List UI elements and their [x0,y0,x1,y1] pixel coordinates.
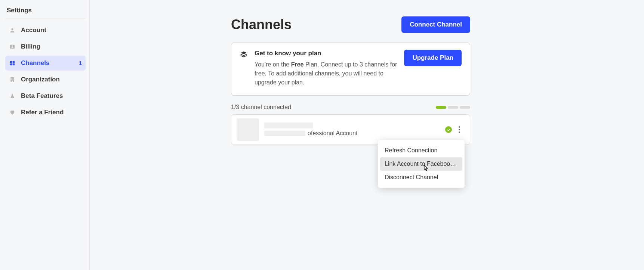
svg-point-13 [459,126,460,128]
person-icon [9,27,16,34]
connect-channel-button[interactable]: Connect Channel [401,16,470,33]
page-title: Channels [231,17,292,32]
sidebar-item-label: Channels [21,59,50,67]
channel-name-redacted [264,122,313,128]
page-header: Channels Connect Channel [231,16,470,33]
grid-icon [9,60,16,66]
channel-card: ofessional Account Refresh Connection Li… [231,114,470,145]
svg-rect-9 [13,78,13,78]
sidebar-item-account[interactable]: Account [5,23,86,38]
svg-rect-5 [10,63,12,65]
svg-point-14 [459,129,460,130]
check-icon [445,126,452,133]
heart-icon [9,109,16,116]
svg-point-15 [459,131,460,133]
settings-sidebar: Settings Account $ Billing Channels 1 Or [0,0,90,270]
main-content: Channels Connect Channel Get to know you… [90,0,644,270]
sidebar-item-label: Beta Features [21,92,63,100]
channel-avatar [237,118,259,141]
dropdown-item-refresh-connection[interactable]: Refresh Connection [380,144,462,157]
progress-pill [436,106,446,109]
sidebar-item-label: Organization [21,76,60,83]
svg-rect-6 [13,63,15,65]
svg-rect-3 [10,61,12,63]
svg-rect-8 [11,78,12,78]
dropdown-item-link-facebook[interactable]: Link Account to Faceboo… [380,157,462,171]
layers-icon [240,50,248,59]
channel-count-text: 1/3 channel connected [231,104,291,111]
svg-rect-4 [13,61,15,63]
dollar-icon: $ [9,43,16,50]
building-icon [9,76,16,83]
sidebar-item-label: Billing [21,43,40,50]
sidebar-item-beta-features[interactable]: Beta Features [5,89,86,103]
sidebar-item-channels[interactable]: Channels 1 [5,56,86,71]
plan-title: Get to know your plan [255,50,397,57]
channel-status-row: 1/3 channel connected [231,104,470,111]
plan-card: Get to know your plan You're on the Free… [231,43,470,96]
flask-icon [9,93,16,99]
svg-rect-10 [11,79,12,80]
sidebar-item-billing[interactable]: $ Billing [5,39,86,54]
channel-menu-button[interactable] [456,124,463,135]
svg-text:$: $ [11,45,13,49]
sidebar-item-badge: 1 [79,60,82,66]
channel-subtitle: ofessional Account [264,130,440,137]
sidebar-item-refer-friend[interactable]: Refer a Friend [5,105,86,120]
progress-pill [460,106,470,109]
channel-progress-pills [436,106,470,109]
progress-pill [448,106,458,109]
sidebar-title: Settings [5,5,86,19]
svg-rect-12 [12,81,13,82]
svg-rect-11 [13,79,13,80]
dropdown-item-disconnect-channel[interactable]: Disconnect Channel [380,171,462,184]
svg-point-0 [11,28,13,30]
sidebar-item-label: Account [21,27,46,34]
upgrade-plan-button[interactable]: Upgrade Plan [404,50,462,66]
sidebar-item-organization[interactable]: Organization [5,72,86,87]
sidebar-item-label: Refer a Friend [21,109,64,116]
channel-dropdown-menu: Refresh Connection Link Account to Faceb… [378,140,465,188]
plan-description: You're on the Free Plan. Connect up to 3… [255,60,397,87]
channel-subtitle-redacted [264,131,305,136]
